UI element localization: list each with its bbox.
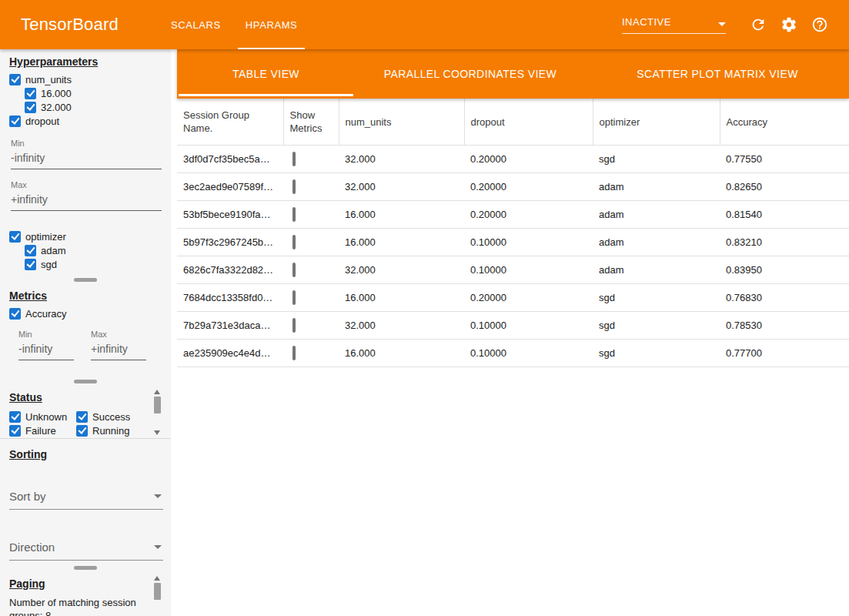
num-units-32-row[interactable]: 32.000 [25,100,171,114]
accuracy-cell: 0.82650 [720,173,849,201]
show-metrics-checkbox[interactable] [292,179,296,194]
hparam-optimizer-row[interactable]: optimizer [9,229,171,243]
accuracy-max-input[interactable] [91,341,146,360]
show-metrics-checkbox[interactable] [292,290,296,305]
tab-hparams[interactable]: HPARAMS [233,0,310,49]
num-units-16-checkbox[interactable] [25,88,36,99]
metrics-pane: Metrics Accuracy Min Max [0,283,171,385]
status-failure-row[interactable]: Failure [9,424,76,437]
direction-value: Direction [9,541,55,554]
scrollbar-thumb[interactable] [154,583,161,600]
hparams-main-view: TABLE VIEW PARALLEL COORDINATES VIEW SCA… [177,49,849,616]
header-optimizer: optimizer [593,99,720,146]
num-units-cell: 16.000 [339,201,464,229]
optimizer-cell: adam [593,201,720,229]
top-app-bar: TensorBoard SCALARS HPARAMS INACTIVE [0,0,849,49]
scroll-down-icon[interactable] [154,430,160,435]
sgd-label: sgd [41,259,57,270]
accuracy-min-input[interactable] [18,341,74,360]
adam-checkbox[interactable] [25,245,36,256]
num-units-cell: 16.000 [339,284,464,312]
optimizer-checkbox[interactable] [9,231,21,243]
accuracy-cell: 0.78530 [720,312,849,340]
pane-resize-handle[interactable] [74,566,97,570]
session-group-name-cell: 6826c7fa3322d82… [177,256,283,284]
dropout-min-field: Min [11,139,171,169]
hparam-dropout-row[interactable]: dropout [9,114,171,128]
help-icon [811,16,828,33]
metric-accuracy-row[interactable]: Accuracy [9,306,171,320]
show-metrics-checkbox[interactable] [292,318,296,333]
pane-resize-handle[interactable] [74,380,97,383]
hparam-num-units-row[interactable]: num_units [9,72,171,86]
tab-scatter-plot-matrix-view[interactable]: SCATTER PLOT MATRIX VIEW [586,49,849,99]
dropout-min-input[interactable] [11,150,162,169]
pane-resize-handle[interactable] [74,278,97,282]
failure-checkbox[interactable] [9,425,21,437]
show-metrics-checkbox[interactable] [292,263,296,277]
accuracy-cell: 0.81540 [720,201,849,229]
dropout-max-input[interactable] [11,192,162,211]
show-metrics-checkbox[interactable] [292,235,296,249]
dropout-checkbox[interactable] [9,116,21,127]
chevron-down-icon [154,494,162,498]
show-metrics-checkbox[interactable] [292,152,296,166]
num-units-16-label: 16.000 [41,88,72,99]
num-units-cell: 32.000 [339,312,464,340]
show-metrics-cell [283,340,339,367]
optimizer-adam-row[interactable]: adam [25,243,171,257]
accuracy-checkbox[interactable] [9,308,21,320]
run-selector-dropdown[interactable]: INACTIVE [622,16,726,34]
running-checkbox[interactable] [76,425,88,437]
header-num-units: num_units [339,99,464,146]
refresh-button[interactable] [749,15,767,34]
topbar-actions: INACTIVE [622,15,835,34]
status-scrollbar[interactable] [153,390,161,435]
show-metrics-checkbox[interactable] [292,346,296,360]
num-units-32-checkbox[interactable] [25,102,36,113]
accuracy-minmax-row: Min Max [18,330,171,360]
sort-by-select[interactable]: Sort by [9,485,163,510]
scroll-up-icon[interactable] [154,576,160,581]
header-dropout: dropout [464,99,593,146]
unknown-checkbox[interactable] [9,411,21,423]
tab-scalars[interactable]: SCALARS [159,0,233,49]
num-units-label: num_units [25,74,72,85]
sorting-heading: Sorting [9,448,171,460]
unknown-label: Unknown [25,411,67,423]
optimizer-cell: adam [593,256,720,284]
sort-by-value: Sort by [9,490,46,503]
session-group-name-cell: 53bf5bece9190fa… [177,201,283,229]
scroll-up-icon[interactable] [154,390,160,394]
sorting-pane: Sorting Sort by Direction [0,439,171,571]
show-metrics-checkbox[interactable] [292,207,296,222]
table-row: 3ec2aed9e07589f… 32.000 0.20000 adam 0.8… [177,173,849,201]
sgd-checkbox[interactable] [25,259,36,270]
optimizer-sgd-row[interactable]: sgd [25,257,171,271]
status-unknown-row[interactable]: Unknown [9,410,76,424]
help-button[interactable] [811,15,829,34]
hparams-sidebar: Hyperparameters num_units 16.000 32.000 … [0,49,171,616]
dropout-cell: 0.20000 [464,201,593,229]
paging-scrollbar[interactable] [153,576,161,613]
accuracy-cell: 0.76830 [720,284,849,312]
tab-table-view[interactable]: TABLE VIEW [177,49,355,99]
scrollbar-thumb[interactable] [154,397,161,413]
table-row: ae235909ec4e4d… 16.000 0.10000 sgd 0.777… [177,340,849,367]
dropout-max-label: Max [11,180,171,189]
num-units-checkbox[interactable] [9,74,21,85]
success-checkbox[interactable] [76,411,88,423]
show-metrics-cell [283,312,339,340]
adam-label: adam [41,245,66,256]
sorting-controls: Sort by Direction [9,485,171,561]
direction-select[interactable]: Direction [9,536,163,561]
chevron-down-icon [154,545,162,549]
session-groups-table: Session Group Name. Show Metrics num_uni… [177,99,849,367]
matching-session-groups-text: Number of matching session groups: 8 [9,596,149,616]
running-label: Running [92,425,129,437]
num-units-16-row[interactable]: 16.000 [25,86,171,100]
num-units-cell: 32.000 [339,256,464,284]
dropout-label: dropout [25,116,59,127]
settings-button[interactable] [780,15,798,34]
tab-parallel-coordinates-view[interactable]: PARALLEL COORDINATES VIEW [355,49,586,99]
